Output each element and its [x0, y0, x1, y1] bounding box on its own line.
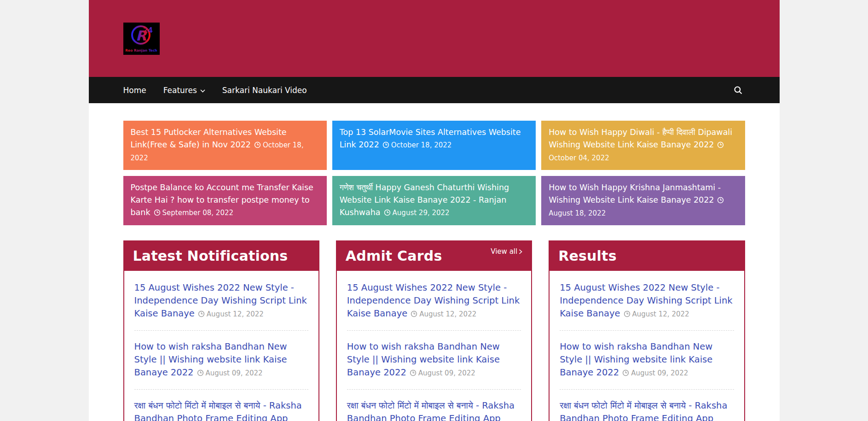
- clock-icon: [154, 209, 161, 216]
- reo-ranjan-tech-logo-icon: R 24 Reo Ranjan Tech: [123, 23, 160, 55]
- post-date-text: August 09, 2022: [631, 369, 688, 377]
- search-button[interactable]: [731, 83, 745, 97]
- list-item: How to wish raksha Bandhan New Style || …: [560, 330, 734, 389]
- list-item: How to wish raksha Bandhan New Style || …: [347, 330, 521, 389]
- column-latest-notifications: Latest Notifications 15 August Wishes 20…: [123, 240, 319, 421]
- featured-card-title: How to Wish Happy Krishna Janmashtami - …: [549, 183, 721, 205]
- featured-card-date: September 08, 2022: [154, 209, 233, 217]
- post-date: August 09, 2022: [197, 369, 263, 377]
- clock-icon: [384, 209, 391, 216]
- featured-card-date-text: August 29, 2022: [393, 209, 450, 217]
- nav-item-home[interactable]: Home: [123, 86, 146, 95]
- clock-icon: [197, 369, 204, 376]
- post-date: August 12, 2022: [198, 310, 264, 318]
- column-results: Results 15 August Wishes 2022 New Style …: [549, 240, 745, 421]
- site-logo[interactable]: R 24 Reo Ranjan Tech: [123, 23, 160, 55]
- view-all-link[interactable]: View all: [491, 247, 522, 256]
- clock-icon: [411, 310, 417, 317]
- list-item: 15 August Wishes 2022 New Style - Indepe…: [134, 272, 308, 330]
- post-date-text: August 12, 2022: [419, 310, 476, 318]
- nav-item-sarkari-label: Sarkari Naukari Video: [222, 86, 307, 95]
- panel-header-results: Results: [549, 240, 745, 271]
- post-link[interactable]: रक्षा बंधन फोटो मिंटो में मोबाइल से बनाय…: [560, 400, 727, 421]
- clock-icon: [410, 369, 417, 376]
- clock-icon: [624, 310, 631, 317]
- list-item: रक्षा बंधन फोटो मिंटो में मोबाइल से बनाय…: [134, 389, 308, 421]
- featured-card-solarmovie[interactable]: Top 13 SolarMovie Sites Alternatives Web…: [332, 121, 536, 170]
- featured-card-date-text: August 18, 2022: [549, 209, 606, 217]
- post-link[interactable]: रक्षा बंधन फोटो मिंटो में मोबाइल से बनाय…: [134, 400, 302, 421]
- nav-item-sarkari-naukari-video[interactable]: Sarkari Naukari Video: [222, 86, 307, 95]
- post-date-text: August 09, 2022: [418, 369, 475, 377]
- featured-card-date: August 29, 2022: [384, 209, 450, 217]
- page-content: R 24 Reo Ranjan Tech Home Features Sarka…: [89, 0, 780, 421]
- featured-card-title: How to Wish Happy Diwali - हैप्पी दिवाली…: [549, 128, 732, 149]
- list-item: How to wish raksha Bandhan New Style || …: [134, 330, 308, 389]
- featured-card-ganesh-chaturthi[interactable]: गणेश चतुर्थी Happy Ganesh Chaturthi Wish…: [332, 176, 536, 225]
- view-all-label: View all: [491, 247, 517, 256]
- column-admit-cards: Admit Cards View all 15 August Wishes 20…: [336, 240, 532, 421]
- list-item: रक्षा बंधन फोटो मिंटो में मोबाइल से बनाय…: [347, 389, 521, 421]
- category-columns: Latest Notifications 15 August Wishes 20…: [89, 240, 780, 421]
- list-item: 15 August Wishes 2022 New Style - Indepe…: [560, 272, 734, 330]
- post-date: August 09, 2022: [622, 369, 688, 377]
- featured-card-diwali[interactable]: How to Wish Happy Diwali - हैप्पी दिवाली…: [541, 121, 745, 170]
- panel-header-admit-cards: Admit Cards View all: [336, 240, 532, 271]
- featured-posts-grid: Best 15 Putlocker Alternatives Website L…: [123, 121, 745, 225]
- post-date: August 12, 2022: [624, 310, 689, 318]
- post-date-text: August 12, 2022: [207, 310, 264, 318]
- nav-item-home-label: Home: [123, 86, 146, 95]
- post-date: August 09, 2022: [410, 369, 475, 377]
- panel-body-results: 15 August Wishes 2022 New Style - Indepe…: [549, 271, 745, 421]
- clock-icon: [622, 369, 629, 376]
- featured-card-date-text: October 18, 2022: [391, 141, 452, 149]
- panel-body-latest-notifications: 15 August Wishes 2022 New Style - Indepe…: [123, 271, 319, 421]
- post-date-text: August 12, 2022: [632, 310, 689, 318]
- clock-icon: [198, 310, 205, 317]
- featured-card-janmashtami[interactable]: How to Wish Happy Krishna Janmashtami - …: [541, 176, 745, 225]
- featured-card-putlocker[interactable]: Best 15 Putlocker Alternatives Website L…: [123, 121, 327, 170]
- featured-card-postpe[interactable]: Postpe Balance ko Account me Transfer Ka…: [123, 176, 327, 225]
- list-item: 15 August Wishes 2022 New Style - Indepe…: [347, 272, 521, 330]
- featured-card-date: October 18, 2022: [382, 141, 452, 149]
- chevron-down-icon: [200, 89, 205, 93]
- clock-icon: [717, 141, 724, 148]
- featured-card-date-text: September 08, 2022: [162, 209, 233, 217]
- logo-caption: Reo Ranjan Tech: [125, 48, 157, 53]
- post-date: August 12, 2022: [411, 310, 476, 318]
- clock-icon: [382, 141, 389, 148]
- site-header: R 24 Reo Ranjan Tech: [89, 0, 780, 77]
- clock-icon: [254, 141, 261, 148]
- post-date-text: August 09, 2022: [206, 369, 263, 377]
- chevron-right-icon: [519, 249, 522, 254]
- clock-icon: [717, 197, 724, 204]
- panel-title: Latest Notifications: [133, 248, 288, 264]
- nav-item-features[interactable]: Features: [163, 86, 205, 95]
- panel-title: Results: [558, 248, 617, 264]
- featured-card-date-text: October 04, 2022: [549, 154, 609, 162]
- featured-posts-section: Best 15 Putlocker Alternatives Website L…: [89, 103, 780, 240]
- nav-item-features-label: Features: [163, 86, 197, 95]
- logo-number: 24: [143, 26, 153, 35]
- search-icon: [734, 86, 743, 95]
- post-link[interactable]: रक्षा बंधन फोटो मिंटो में मोबाइल से बनाय…: [347, 400, 515, 421]
- main-nav: Home Features Sarkari Naukari Video: [89, 77, 780, 103]
- panel-header-latest-notifications: Latest Notifications: [123, 240, 319, 271]
- panel-body-admit-cards: 15 August Wishes 2022 New Style - Indepe…: [336, 271, 532, 421]
- panel-title: Admit Cards: [346, 248, 442, 264]
- list-item: रक्षा बंधन फोटो मिंटो में मोबाइल से बनाय…: [560, 389, 734, 421]
